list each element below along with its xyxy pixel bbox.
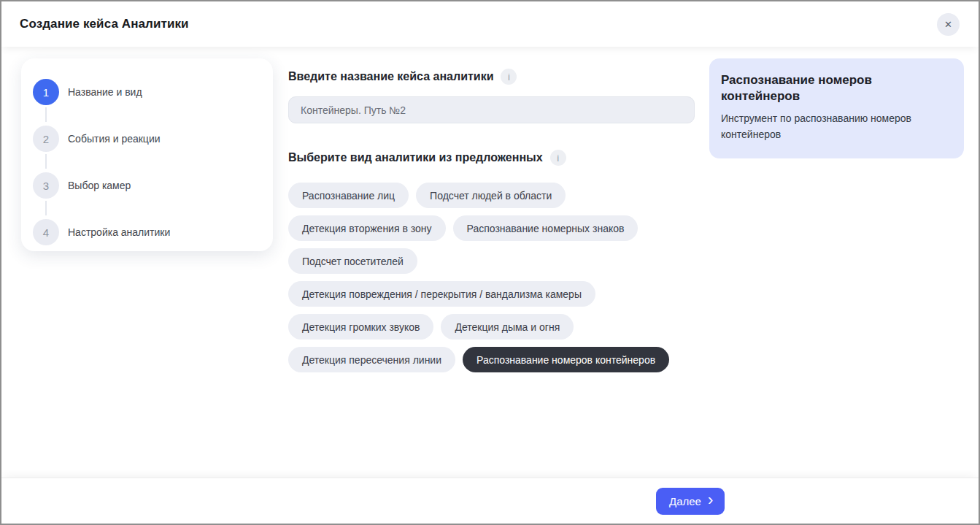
- step-label: Настройка аналитики: [68, 226, 170, 238]
- page-title: Создание кейса Аналитики: [20, 17, 189, 31]
- stepper-card: 1 Название и вид 2 События и реакции 3 В…: [21, 58, 273, 251]
- stepper-step[interactable]: 2 События и реакции: [33, 115, 261, 162]
- step-label: Выбор камер: [68, 180, 131, 191]
- step-label: События и реакции: [68, 133, 161, 145]
- analytics-type-heading: Выберите вид аналитики из предложенных: [288, 151, 543, 164]
- stepper-step[interactable]: 4 Настройка аналитики: [33, 209, 261, 256]
- close-button[interactable]: ✕: [937, 13, 960, 36]
- analytics-type-chip[interactable]: Подсчет людей в области: [416, 183, 566, 208]
- analytics-type-chip[interactable]: Детекция дыма и огня: [441, 314, 574, 340]
- case-name-input[interactable]: [288, 96, 695, 123]
- main-content: Введите название кейса аналитики i Выбер…: [288, 69, 695, 372]
- analytics-type-chip[interactable]: Детекция повреждения / перекрытия / ванд…: [288, 281, 595, 307]
- stepper-step[interactable]: 1 Название и вид: [33, 69, 261, 115]
- close-icon: ✕: [944, 19, 952, 30]
- analytics-type-chip[interactable]: Распознавание лиц: [288, 183, 409, 208]
- analytics-type-chip-list: Распознавание лицПодсчет людей в области…: [288, 183, 701, 372]
- modal-footer: Далее ›: [1, 478, 979, 524]
- analytics-type-chip[interactable]: Распознавание номеров контейнеров: [463, 347, 669, 372]
- info-icon[interactable]: i: [501, 69, 517, 85]
- analytics-type-chip[interactable]: Распознавание номерных знаков: [453, 215, 638, 241]
- step-number-badge: 2: [33, 126, 59, 152]
- stepper-step[interactable]: 3 Выбор камер: [33, 162, 261, 209]
- details-title: Распознавание номеров контейнеров: [721, 72, 951, 104]
- step-number-badge: 1: [33, 79, 59, 105]
- analytics-type-chip[interactable]: Подсчет посетителей: [288, 248, 417, 274]
- chevron-right-icon: ›: [708, 492, 713, 508]
- step-number-badge: 4: [33, 219, 59, 245]
- next-button-label: Далее: [669, 495, 701, 507]
- analytics-type-heading-row: Выберите вид аналитики из предложенных i: [288, 150, 695, 166]
- modal-header: Создание кейса Аналитики ✕: [1, 1, 979, 47]
- analytics-type-chip[interactable]: Детекция вторжения в зону: [288, 215, 446, 241]
- info-icon[interactable]: i: [550, 150, 566, 166]
- step-number-badge: 3: [33, 172, 59, 199]
- analytics-type-chip[interactable]: Детекция громких звуков: [288, 314, 433, 340]
- create-analytics-case-modal: Создание кейса Аналитики ✕ 1 Название и …: [0, 0, 980, 525]
- case-name-heading: Введите название кейса аналитики: [288, 70, 493, 83]
- selected-analytics-details-panel: Распознавание номеров контейнеров Инстру…: [709, 58, 964, 158]
- details-description: Инструмент по распознаванию номеров конт…: [721, 111, 951, 142]
- step-label: Название и вид: [68, 86, 142, 98]
- analytics-type-chip[interactable]: Детекция пересечения линии: [288, 347, 455, 372]
- next-button[interactable]: Далее ›: [656, 488, 725, 515]
- stepper-list: 1 Название и вид 2 События и реакции 3 В…: [33, 69, 261, 256]
- case-name-heading-row: Введите название кейса аналитики i: [288, 69, 695, 85]
